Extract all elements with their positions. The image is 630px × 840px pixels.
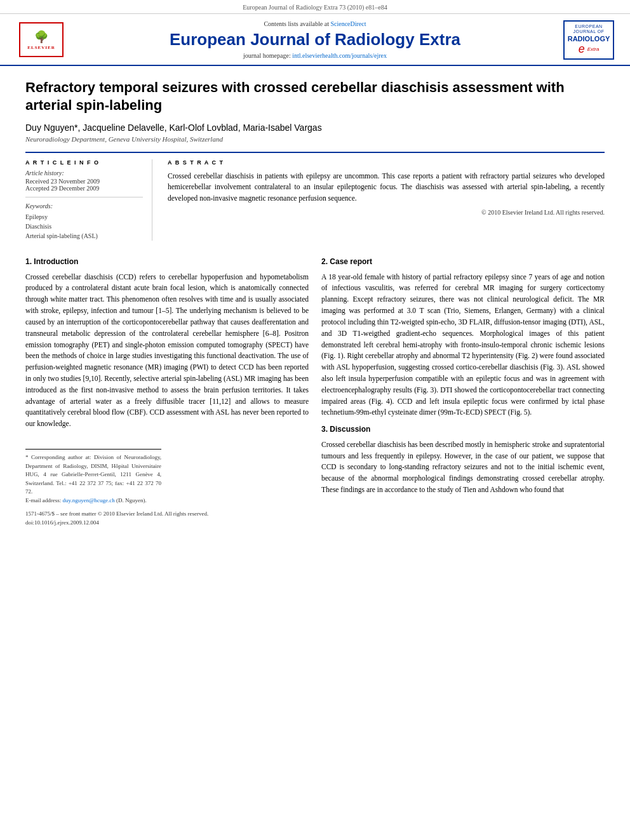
- elsevier-label: ELSEVIER: [27, 45, 55, 50]
- intro-paragraph: Crossed cerebellar diaschisis (CCD) refe…: [25, 272, 309, 430]
- sciencedirect-link[interactable]: ScienceDirect: [330, 20, 366, 27]
- elsevier-logo-box: 🌳 ELSEVIER: [19, 22, 64, 57]
- email-link[interactable]: duy.nguyen@hcuge.ch: [62, 497, 114, 503]
- history-label: Article history:: [25, 170, 143, 177]
- radiology-badge-top: EUROPEAN JOURNAL OF: [567, 24, 610, 35]
- abstract-col: A B S T R A C T Crossed cerebellar diasc…: [168, 159, 605, 241]
- footnote-email: E-mail address: duy.nguyen@hcuge.ch (D. …: [25, 497, 161, 505]
- radiology-extra-label: Extra: [587, 46, 600, 52]
- article-dates: Article history: Received 23 November 20…: [25, 170, 143, 197]
- issn-line: 1571-4675/$ – see front matter © 2010 El…: [25, 510, 309, 528]
- radiology-e-icon: e: [579, 43, 585, 56]
- abstract-text: Crossed cerebellar diaschisis in patient…: [168, 171, 605, 204]
- affiliation: Neuroradiology Department, Geneva Univer…: [25, 135, 605, 143]
- article-info-col: A R T I C L E I N F O Article history: R…: [25, 159, 152, 241]
- elsevier-logo: 🌳 ELSEVIER: [13, 22, 70, 57]
- authors: Duy Nguyen*, Jacqueline Delavelle, Karl-…: [25, 123, 605, 133]
- case-heading: 2. Case report: [321, 256, 605, 268]
- info-abstract-row: A R T I C L E I N F O Article history: R…: [25, 152, 605, 241]
- footnote-star: * Corresponding author at: Division of N…: [25, 453, 161, 497]
- elsevier-tree-icon: 🌳: [34, 30, 48, 44]
- journal-header: 🌳 ELSEVIER Contents lists available at S…: [0, 14, 630, 66]
- article-title: Refractory temporal seizures with crosse…: [25, 79, 605, 115]
- article-content: Refractory temporal seizures with crosse…: [0, 66, 630, 540]
- received-date: Received 23 November 2009: [25, 178, 143, 185]
- accepted-date: Accepted 29 December 2009: [25, 185, 143, 192]
- copyright-line: © 2010 Elsevier Ireland Ltd. All rights …: [168, 209, 605, 216]
- footnote-area: * Corresponding author at: Division of N…: [25, 449, 161, 505]
- homepage-link[interactable]: intl.elsevierhealth.com/journals/ejrex: [292, 52, 387, 59]
- contents-prefix: Contents lists available at: [264, 20, 330, 27]
- contents-line: Contents lists available at ScienceDirec…: [70, 20, 560, 27]
- journal-title: European Journal of Radiology Extra: [70, 30, 560, 50]
- journal-center: Contents lists available at ScienceDirec…: [70, 20, 560, 59]
- issn-text: 1571-4675/$ – see front matter © 2010 El…: [25, 510, 309, 519]
- email-suffix: (D. Nguyen).: [116, 497, 147, 503]
- keyword-diaschisis: Diaschisis: [25, 222, 143, 231]
- email-label: E-mail address:: [25, 497, 61, 503]
- citation-bar: European Journal of Radiology Extra 73 (…: [0, 0, 630, 14]
- radiology-badge: EUROPEAN JOURNAL OF RADIOLOGY e Extra: [563, 20, 614, 60]
- article-info-title: A R T I C L E I N F O: [25, 159, 143, 166]
- right-body-col: 2. Case report A 18 year-old female with…: [321, 253, 605, 528]
- abstract-title: A B S T R A C T: [168, 159, 605, 166]
- left-body-col: 1. Introduction Crossed cerebellar diasc…: [25, 253, 309, 528]
- keyword-asl: Arterial spin-labeling (ASL): [25, 231, 143, 241]
- journal-homepage: journal homepage: intl.elsevierhealth.co…: [70, 52, 560, 59]
- keyword-epilepsy: Epilepsy: [25, 212, 143, 222]
- keywords-label: Keywords:: [25, 203, 143, 210]
- homepage-prefix: journal homepage:: [243, 52, 292, 59]
- intro-heading: 1. Introduction: [25, 256, 309, 268]
- body-columns: 1. Introduction Crossed cerebellar diasc…: [25, 253, 605, 528]
- case-paragraph: A 18 year-old female with history of par…: [321, 272, 605, 419]
- radiology-badge-box: EUROPEAN JOURNAL OF RADIOLOGY e Extra: [560, 20, 617, 60]
- radiology-badge-title: RADIOLOGY: [567, 35, 610, 43]
- citation-text: European Journal of Radiology Extra 73 (…: [243, 4, 387, 11]
- discussion-heading: 3. Discussion: [321, 423, 605, 436]
- doi-text: doi:10.1016/j.ejrex.2009.12.004: [25, 519, 309, 528]
- discussion-paragraph: Crossed cerebellar diaschisis has been d…: [321, 439, 605, 496]
